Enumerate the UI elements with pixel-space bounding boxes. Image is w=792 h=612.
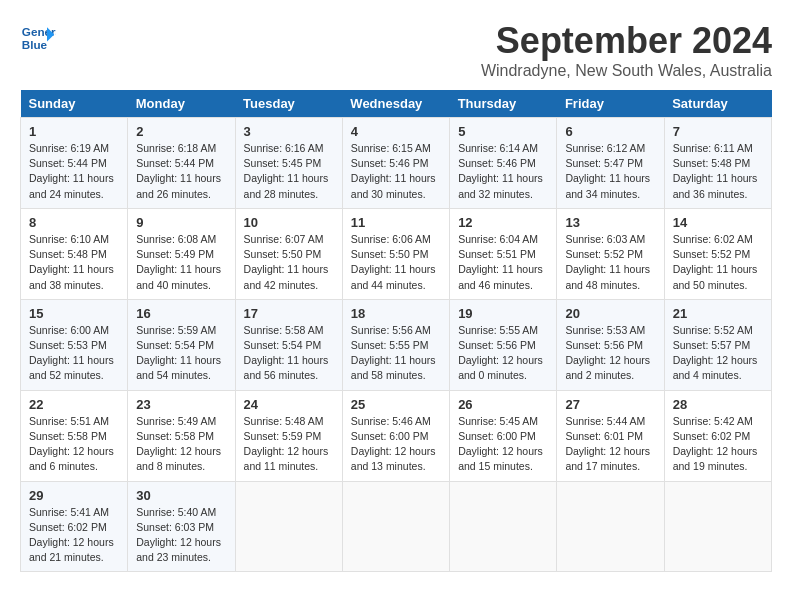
cell-line: Sunrise: 6:00 AM: [29, 323, 119, 338]
cell-line: Daylight: 11 hours: [565, 171, 655, 186]
cell-content: Sunrise: 6:15 AMSunset: 5:46 PMDaylight:…: [351, 141, 441, 202]
weekday-header-row: SundayMondayTuesdayWednesdayThursdayFrid…: [21, 90, 772, 118]
day-number: 29: [29, 488, 119, 503]
cell-line: and 4 minutes.: [673, 368, 763, 383]
calendar-cell: 26Sunrise: 5:45 AMSunset: 6:00 PMDayligh…: [450, 390, 557, 481]
cell-line: and 0 minutes.: [458, 368, 548, 383]
cell-content: Sunrise: 5:48 AMSunset: 5:59 PMDaylight:…: [244, 414, 334, 475]
cell-line: Sunset: 5:59 PM: [244, 429, 334, 444]
day-number: 17: [244, 306, 334, 321]
cell-line: Sunset: 5:47 PM: [565, 156, 655, 171]
cell-content: Sunrise: 6:12 AMSunset: 5:47 PMDaylight:…: [565, 141, 655, 202]
cell-content: Sunrise: 6:19 AMSunset: 5:44 PMDaylight:…: [29, 141, 119, 202]
calendar-cell: 7Sunrise: 6:11 AMSunset: 5:48 PMDaylight…: [664, 118, 771, 209]
calendar-cell: 23Sunrise: 5:49 AMSunset: 5:58 PMDayligh…: [128, 390, 235, 481]
day-number: 13: [565, 215, 655, 230]
cell-line: Sunrise: 5:53 AM: [565, 323, 655, 338]
cell-content: Sunrise: 5:46 AMSunset: 6:00 PMDaylight:…: [351, 414, 441, 475]
week-row-1: 1Sunrise: 6:19 AMSunset: 5:44 PMDaylight…: [21, 118, 772, 209]
cell-line: Daylight: 11 hours: [244, 353, 334, 368]
cell-line: Sunset: 6:02 PM: [673, 429, 763, 444]
cell-content: Sunrise: 5:52 AMSunset: 5:57 PMDaylight:…: [673, 323, 763, 384]
cell-content: Sunrise: 5:42 AMSunset: 6:02 PMDaylight:…: [673, 414, 763, 475]
cell-line: Sunrise: 6:07 AM: [244, 232, 334, 247]
cell-content: Sunrise: 6:04 AMSunset: 5:51 PMDaylight:…: [458, 232, 548, 293]
calendar-cell: 10Sunrise: 6:07 AMSunset: 5:50 PMDayligh…: [235, 208, 342, 299]
cell-line: Sunrise: 6:04 AM: [458, 232, 548, 247]
location-title: Windradyne, New South Wales, Australia: [481, 62, 772, 80]
cell-line: and 54 minutes.: [136, 368, 226, 383]
cell-line: Sunrise: 5:46 AM: [351, 414, 441, 429]
cell-line: Daylight: 11 hours: [29, 262, 119, 277]
day-number: 20: [565, 306, 655, 321]
day-number: 19: [458, 306, 548, 321]
cell-line: Sunset: 5:45 PM: [244, 156, 334, 171]
cell-line: Sunrise: 6:19 AM: [29, 141, 119, 156]
cell-line: and 56 minutes.: [244, 368, 334, 383]
day-number: 12: [458, 215, 548, 230]
cell-line: Daylight: 11 hours: [565, 262, 655, 277]
cell-line: and 13 minutes.: [351, 459, 441, 474]
cell-line: Sunrise: 5:58 AM: [244, 323, 334, 338]
day-number: 23: [136, 397, 226, 412]
cell-line: Sunset: 5:50 PM: [244, 247, 334, 262]
calendar-cell: [342, 481, 449, 572]
cell-line: Sunrise: 6:15 AM: [351, 141, 441, 156]
cell-line: Sunrise: 5:51 AM: [29, 414, 119, 429]
day-number: 24: [244, 397, 334, 412]
cell-line: Sunset: 5:50 PM: [351, 247, 441, 262]
cell-line: Daylight: 11 hours: [244, 171, 334, 186]
svg-text:Blue: Blue: [22, 38, 48, 51]
cell-line: Sunrise: 5:52 AM: [673, 323, 763, 338]
cell-line: and 23 minutes.: [136, 550, 226, 565]
cell-line: Daylight: 12 hours: [351, 444, 441, 459]
weekday-header-sunday: Sunday: [21, 90, 128, 118]
cell-line: Sunset: 6:03 PM: [136, 520, 226, 535]
calendar-cell: [235, 481, 342, 572]
weekday-header-thursday: Thursday: [450, 90, 557, 118]
calendar-cell: 4Sunrise: 6:15 AMSunset: 5:46 PMDaylight…: [342, 118, 449, 209]
weekday-header-monday: Monday: [128, 90, 235, 118]
cell-line: and 52 minutes.: [29, 368, 119, 383]
calendar-cell: 21Sunrise: 5:52 AMSunset: 5:57 PMDayligh…: [664, 299, 771, 390]
cell-line: and 46 minutes.: [458, 278, 548, 293]
calendar-cell: 27Sunrise: 5:44 AMSunset: 6:01 PMDayligh…: [557, 390, 664, 481]
cell-line: Daylight: 11 hours: [673, 171, 763, 186]
calendar-cell: 9Sunrise: 6:08 AMSunset: 5:49 PMDaylight…: [128, 208, 235, 299]
cell-line: Sunset: 5:44 PM: [29, 156, 119, 171]
calendar-cell: 20Sunrise: 5:53 AMSunset: 5:56 PMDayligh…: [557, 299, 664, 390]
cell-line: Daylight: 11 hours: [673, 262, 763, 277]
calendar-cell: 12Sunrise: 6:04 AMSunset: 5:51 PMDayligh…: [450, 208, 557, 299]
cell-line: Sunset: 6:00 PM: [351, 429, 441, 444]
day-number: 1: [29, 124, 119, 139]
cell-content: Sunrise: 5:49 AMSunset: 5:58 PMDaylight:…: [136, 414, 226, 475]
cell-line: Sunset: 5:52 PM: [673, 247, 763, 262]
cell-line: Sunrise: 6:18 AM: [136, 141, 226, 156]
cell-line: Sunrise: 6:08 AM: [136, 232, 226, 247]
cell-content: Sunrise: 5:45 AMSunset: 6:00 PMDaylight:…: [458, 414, 548, 475]
day-number: 11: [351, 215, 441, 230]
day-number: 9: [136, 215, 226, 230]
cell-line: Daylight: 12 hours: [29, 535, 119, 550]
calendar-table: SundayMondayTuesdayWednesdayThursdayFrid…: [20, 90, 772, 572]
day-number: 7: [673, 124, 763, 139]
cell-line: Sunset: 5:57 PM: [673, 338, 763, 353]
cell-line: Sunrise: 5:59 AM: [136, 323, 226, 338]
cell-line: Sunset: 5:58 PM: [29, 429, 119, 444]
cell-line: Sunset: 5:44 PM: [136, 156, 226, 171]
calendar-cell: 5Sunrise: 6:14 AMSunset: 5:46 PMDaylight…: [450, 118, 557, 209]
cell-line: and 8 minutes.: [136, 459, 226, 474]
cell-line: Sunset: 5:46 PM: [351, 156, 441, 171]
calendar-cell: 24Sunrise: 5:48 AMSunset: 5:59 PMDayligh…: [235, 390, 342, 481]
cell-content: Sunrise: 6:11 AMSunset: 5:48 PMDaylight:…: [673, 141, 763, 202]
cell-content: Sunrise: 5:58 AMSunset: 5:54 PMDaylight:…: [244, 323, 334, 384]
cell-line: Sunset: 6:00 PM: [458, 429, 548, 444]
calendar-cell: 16Sunrise: 5:59 AMSunset: 5:54 PMDayligh…: [128, 299, 235, 390]
cell-line: Daylight: 12 hours: [458, 353, 548, 368]
cell-line: and 15 minutes.: [458, 459, 548, 474]
cell-line: and 24 minutes.: [29, 187, 119, 202]
cell-line: Sunrise: 6:14 AM: [458, 141, 548, 156]
cell-line: Sunrise: 5:44 AM: [565, 414, 655, 429]
cell-line: Sunset: 5:46 PM: [458, 156, 548, 171]
weekday-header-saturday: Saturday: [664, 90, 771, 118]
